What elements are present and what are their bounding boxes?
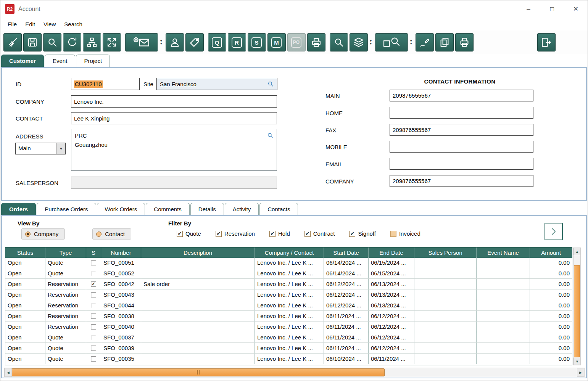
expand-view-button[interactable] [103, 33, 121, 51]
column-header-description[interactable]: Description [141, 248, 255, 258]
filter-signoff[interactable]: ✔Signoff [349, 230, 375, 237]
column-header-end-date[interactable]: End Date [368, 248, 414, 258]
filter-quote[interactable]: ✔Quote [177, 230, 201, 237]
column-header-start-date[interactable]: Start Date [324, 248, 368, 258]
misc-form-button[interactable]: M [267, 33, 286, 51]
toolbar-dropdown-arrows-icon[interactable]: ▾▾ [160, 40, 162, 45]
row-checkbox-icon[interactable] [91, 313, 96, 319]
contact-email-input[interactable] [390, 158, 533, 170]
column-header-number[interactable]: Number [101, 248, 141, 258]
contact-mobile-input[interactable] [390, 141, 533, 153]
address-type-select[interactable]: Main ▼ [15, 143, 66, 154]
column-header-amount[interactable]: Amount [530, 248, 572, 258]
signoff-form-button[interactable]: S [248, 33, 266, 51]
row-checkbox-icon[interactable] [91, 356, 96, 362]
next-record-button[interactable] [545, 223, 563, 240]
chevron-down-icon[interactable]: ▼ [56, 143, 65, 154]
refresh-button[interactable] [63, 33, 81, 51]
row-checkbox-icon[interactable] [91, 346, 96, 351]
table-row[interactable]: OpenReservationSFO_00043Lenovo Inc. / Le… [5, 289, 572, 300]
close-button[interactable]: ✕ [564, 0, 588, 18]
table-row[interactable]: OpenReservation✔SFO_00042Sale orderLenov… [5, 279, 572, 289]
menu-search[interactable]: Search [60, 19, 87, 30]
tab-purchase-orders[interactable]: Purchase Orders [37, 203, 96, 215]
site-search-icon[interactable] [267, 80, 274, 87]
table-row[interactable]: OpenReservationSFO_00044Lenovo Inc. / Le… [5, 300, 572, 311]
filter-hold[interactable]: ✔Hold [269, 230, 290, 237]
filter-contract[interactable]: ✔Contract [304, 230, 335, 237]
contact-input[interactable] [71, 112, 277, 124]
row-checkbox-icon[interactable] [91, 271, 96, 276]
quote-form-button[interactable]: Q [208, 33, 226, 51]
toolbar-dropdown-arrows-icon[interactable]: ▾▾ [370, 40, 372, 45]
vertical-scroll-track[interactable] [574, 255, 580, 358]
tab-customer[interactable]: Customer [1, 55, 44, 67]
reservation-form-button[interactable]: R [228, 33, 246, 51]
tab-comments[interactable]: Comments [146, 203, 190, 215]
copy-documents-button[interactable] [435, 33, 454, 51]
horizontal-scrollbar[interactable]: ◀ ▶ [4, 368, 585, 377]
horizontal-scroll-track[interactable] [12, 368, 577, 377]
scroll-down-icon[interactable]: ▼ [574, 358, 581, 365]
sweep-button[interactable] [3, 33, 22, 51]
contact-person-button[interactable] [166, 33, 184, 51]
contact-company-input[interactable] [390, 175, 533, 187]
tab-orders[interactable]: Orders [1, 203, 36, 215]
table-row[interactable]: OpenQuoteSFO_00039Lenovo Inc. / Lee K ..… [5, 343, 572, 354]
horizontal-scroll-thumb[interactable] [12, 368, 385, 376]
row-checkbox-icon[interactable] [91, 324, 96, 330]
vertical-scroll-thumb[interactable] [574, 265, 580, 357]
company-input[interactable] [71, 95, 277, 108]
menu-view[interactable]: View [39, 19, 60, 30]
contact-home-input[interactable] [390, 107, 533, 119]
maximize-button[interactable]: □ [540, 0, 564, 18]
toolbar-dropdown-arrows-icon[interactable]: ▾▾ [410, 40, 412, 45]
menu-edit[interactable]: Edit [21, 19, 39, 30]
tab-event[interactable]: Event [45, 55, 75, 67]
search-button[interactable] [43, 33, 61, 51]
ticket-button[interactable] [185, 33, 204, 51]
column-header-status[interactable]: Status [5, 248, 45, 258]
scroll-up-icon[interactable]: ▲ [574, 248, 581, 255]
column-header-s[interactable]: S [86, 248, 101, 258]
table-row[interactable]: OpenReservationSFO_00038Lenovo Inc. / Le… [5, 311, 572, 322]
row-checkbox-checked-icon[interactable]: ✔ [91, 281, 96, 287]
row-checkbox-icon[interactable] [91, 335, 96, 340]
save-button[interactable] [23, 33, 42, 51]
tab-work-orders[interactable]: Work Orders [97, 203, 145, 215]
table-row[interactable]: OpenQuoteSFO_00052Lenovo Inc. / Lee K ..… [5, 268, 572, 279]
menu-file[interactable]: File [3, 19, 21, 30]
row-checkbox-icon[interactable] [91, 292, 96, 297]
column-header-company-contact[interactable]: Company / Contact [255, 248, 324, 258]
table-row[interactable]: OpenReservationSFO_00040Lenovo Inc. / Le… [5, 322, 572, 332]
search-items-button[interactable] [375, 33, 408, 51]
new-mail-button[interactable] [125, 33, 158, 51]
layers-button[interactable] [350, 33, 368, 51]
row-checkbox-icon[interactable] [91, 303, 96, 308]
contact-fax-input[interactable] [390, 124, 533, 136]
site-input[interactable]: San Francisco [156, 78, 277, 90]
row-checkbox-icon[interactable] [91, 260, 96, 265]
table-row[interactable]: OpenQuoteSFO_00051Lenovo Inc. / Lee K ..… [5, 257, 572, 268]
table-row[interactable]: OpenQuoteSFO_00035Lenovo Inc. / Lee K ..… [5, 354, 572, 364]
hierarchy-button[interactable] [83, 33, 101, 51]
view-by-company[interactable]: Company [21, 228, 65, 240]
filter-invoiced[interactable]: Invoiced [390, 230, 420, 237]
signature-edit-button[interactable] [416, 33, 434, 51]
address-search-icon[interactable] [267, 132, 274, 139]
print-button[interactable] [455, 33, 474, 51]
column-header-event-name[interactable]: Event Name [476, 248, 530, 258]
fax-print-button[interactable] [307, 33, 325, 51]
tab-project[interactable]: Project [76, 55, 110, 67]
column-header-sales-person[interactable]: Sales Person [414, 248, 476, 258]
filter-reservation[interactable]: ✔Reservation [216, 230, 255, 237]
id-input[interactable]: CU302110 [71, 78, 140, 90]
scroll-left-icon[interactable]: ◀ [5, 368, 12, 377]
table-row[interactable]: OpenQuoteSFO_00037Lenovo Inc. / Lee K ..… [5, 332, 572, 343]
contact-main-input[interactable] [390, 90, 533, 101]
minimize-button[interactable]: – [517, 0, 540, 18]
search-records-button[interactable] [330, 33, 348, 51]
exit-button[interactable] [537, 33, 556, 51]
scroll-right-icon[interactable]: ▶ [577, 368, 584, 377]
tab-activity[interactable]: Activity [225, 203, 259, 215]
